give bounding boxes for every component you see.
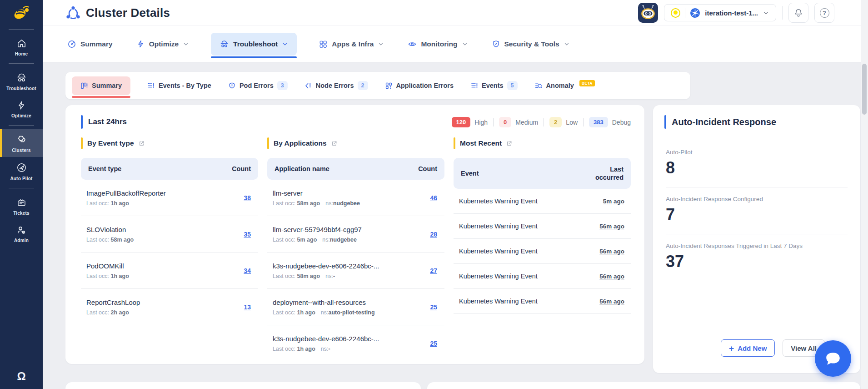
subtab-pod-errors[interactable]: Pod Errors 3 xyxy=(228,81,288,90)
time-link[interactable]: 56m ago xyxy=(599,298,624,305)
beta-badge: BETA xyxy=(579,80,595,86)
section-accent-bar xyxy=(454,137,455,149)
list-alert-icon xyxy=(147,82,155,90)
shield-icon xyxy=(492,40,500,48)
sidebar-item-admin[interactable]: Admin xyxy=(0,220,43,247)
sidebar: Home Troubleshoot Optimize Cluster xyxy=(0,0,43,389)
section-title: By Applications xyxy=(274,139,327,147)
time-link[interactable]: 56m ago xyxy=(599,223,624,230)
add-new-button[interactable]: Add New xyxy=(721,339,775,357)
top-header: Cluster Details xyxy=(43,0,861,25)
table-header: Application name Count xyxy=(267,158,444,180)
medium-count-badge: 0 xyxy=(499,117,511,127)
tab-summary[interactable]: Summary xyxy=(65,33,115,56)
chevron-down-icon xyxy=(183,41,189,47)
help-icon xyxy=(820,8,829,18)
table-row: ReportCrashLoop Last occ: 2h ago 13 xyxy=(81,289,258,325)
count-link[interactable]: 28 xyxy=(430,231,437,238)
notifications-button[interactable] xyxy=(788,3,808,23)
bee-logo-icon xyxy=(11,4,32,23)
subtab-events-by-type[interactable]: Events - By Type xyxy=(147,82,211,90)
assistant-robot-button[interactable] xyxy=(638,3,658,23)
cluster-details-icon xyxy=(65,5,81,20)
tab-troubleshoot[interactable]: Troubleshoot xyxy=(211,33,297,56)
subtab-anomaly[interactable]: Anomaly BETA xyxy=(534,82,595,90)
count-link[interactable]: 25 xyxy=(430,340,437,347)
tab-apps-infra[interactable]: Apps & Infra xyxy=(317,33,386,56)
external-link-icon[interactable] xyxy=(139,141,145,147)
count-link[interactable]: 46 xyxy=(430,194,437,202)
subtab-application-errors[interactable]: Application Errors xyxy=(385,82,454,90)
table-row: k3s-nudgebee-dev-e606-2246bc-... Last oc… xyxy=(267,325,444,362)
count-link[interactable]: 34 xyxy=(244,267,251,274)
stat-triggered-7-days: Auto-Incident Responses Triggered in Las… xyxy=(666,234,848,281)
main-nav-tabs: Summary Optimize Troubleshoot xyxy=(43,25,861,62)
help-button[interactable] xyxy=(814,3,834,23)
scrollbar-thumb[interactable] xyxy=(862,64,867,115)
cluster-details-page: Home Troubleshoot Optimize Cluster xyxy=(0,0,868,389)
kubernetes-icon xyxy=(690,8,700,18)
severity-medium: 0 Medium xyxy=(499,117,538,127)
panel-buttons: Add New View All xyxy=(721,339,825,357)
severity-low: 2 Low xyxy=(549,117,578,127)
table-row: ImagePullBackoffReporter Last occ: 1h ag… xyxy=(81,180,258,216)
ticket-icon xyxy=(16,197,27,208)
detective-icon xyxy=(219,40,229,49)
sidebar-item-home[interactable]: Home xyxy=(0,33,43,61)
app-alert-icon xyxy=(385,82,393,90)
tab-optimize[interactable]: Optimize xyxy=(135,33,191,55)
stat-auto-pilot: Auto-Pilot 8 xyxy=(666,141,848,187)
selector-divider xyxy=(685,8,685,18)
chevron-down-icon xyxy=(763,10,769,16)
count-link[interactable]: 27 xyxy=(430,267,437,274)
external-link-icon[interactable] xyxy=(331,141,337,147)
sidebar-item-tickets[interactable]: Tickets xyxy=(0,192,43,220)
tab-monitoring[interactable]: Monitoring xyxy=(406,33,469,56)
header-divider xyxy=(782,6,783,20)
detective-icon xyxy=(16,72,27,83)
badge-divider xyxy=(544,118,544,126)
auto-incident-response-card: Auto-Incident Response Auto-Pilot 8 Auto… xyxy=(653,105,860,373)
count-link[interactable]: 35 xyxy=(244,231,251,238)
subtab-node-errors[interactable]: Node Errors 2 xyxy=(304,81,368,90)
time-link[interactable]: 5m ago xyxy=(603,198,624,205)
count-link[interactable]: 38 xyxy=(244,194,251,202)
time-link[interactable]: 56m ago xyxy=(599,273,624,280)
bolt-icon xyxy=(136,40,145,48)
events-count-badge: 5 xyxy=(507,81,518,90)
bell-icon xyxy=(793,8,803,18)
table-row: SLOViolation Last occ: 58m ago 35 xyxy=(81,216,258,253)
time-link[interactable]: 56m ago xyxy=(599,248,624,255)
sidebar-item-troubleshoot[interactable]: Troubleshoot xyxy=(0,67,43,95)
sidebar-item-clusters[interactable]: Clusters xyxy=(0,129,43,157)
stat-value: 37 xyxy=(666,253,848,270)
subtab-summary[interactable]: Summary xyxy=(72,76,130,95)
cluster-selector-dropdown[interactable]: iteration-test-1... xyxy=(664,4,776,21)
bottom-card-left xyxy=(65,382,421,389)
sidebar-item-optimize[interactable]: Optimize xyxy=(0,95,43,122)
gauge-icon xyxy=(67,40,76,49)
subtab-events[interactable]: Events 5 xyxy=(470,81,518,90)
autopilot-icon xyxy=(16,162,27,173)
external-link-icon[interactable] xyxy=(506,141,512,147)
table-header: Event Last occurred xyxy=(454,158,631,189)
sidebar-item-auto-pilot[interactable]: Auto Pilot xyxy=(0,157,43,185)
anomaly-search-icon xyxy=(534,82,543,90)
header-actions: iteration-test-1... xyxy=(638,3,834,23)
bee-logo[interactable] xyxy=(0,0,43,26)
chevron-down-icon xyxy=(564,41,570,47)
table-row: PodOOMKill Last occ: 1h ago 34 xyxy=(81,253,258,289)
chevron-down-icon xyxy=(462,41,468,47)
tab-security-tools[interactable]: Security & Tools xyxy=(490,33,572,55)
robot-avatar-icon xyxy=(639,4,657,21)
count-link[interactable]: 13 xyxy=(244,303,251,311)
sidebar-bottom-logo[interactable] xyxy=(0,370,43,383)
title-accent-bar xyxy=(664,115,666,129)
table-row: Kubernetes Warning Event 56m ago xyxy=(454,239,631,264)
chevron-down-icon xyxy=(282,41,288,47)
severity-high: 120 High xyxy=(452,117,488,127)
chat-launcher-button[interactable] xyxy=(815,340,851,377)
count-link[interactable]: 25 xyxy=(430,303,437,311)
severity-debug: 383 Debug xyxy=(589,117,631,127)
card-title: Last 24hrs xyxy=(88,117,127,126)
